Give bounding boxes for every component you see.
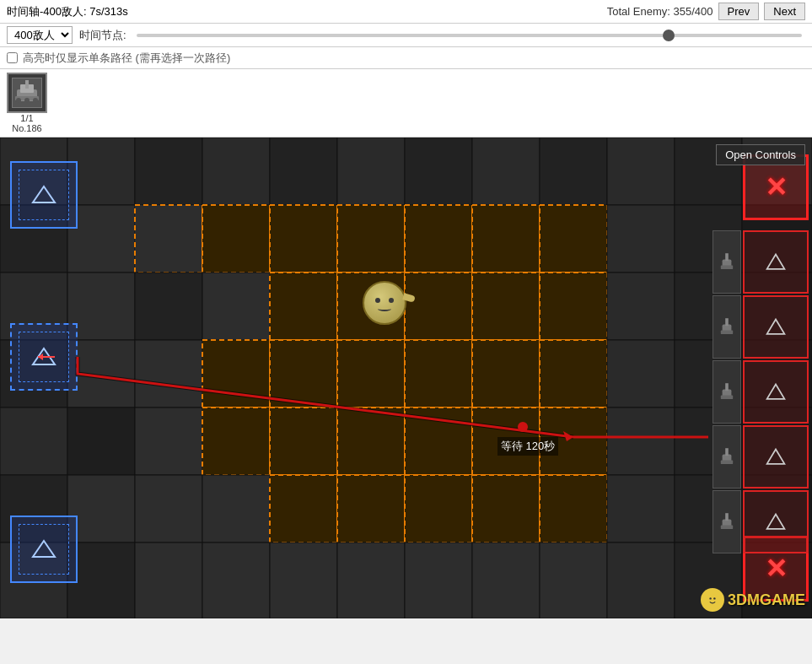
turret-icon-2 <box>719 316 734 339</box>
svg-rect-52 <box>540 340 607 408</box>
svg-rect-48 <box>270 340 337 408</box>
turret-column <box>713 230 743 553</box>
svg-rect-81 <box>67 543 135 618</box>
turret-icon-5 <box>719 510 734 534</box>
right-column-boxes <box>743 230 809 553</box>
svg-rect-15 <box>472 138 540 205</box>
red-x-bottom: ✕ <box>765 553 788 585</box>
svg-rect-60 <box>270 408 337 475</box>
svg-rect-106 <box>725 318 729 326</box>
svg-point-4 <box>16 98 21 103</box>
svg-point-5 <box>24 98 30 103</box>
svg-point-6 <box>33 98 38 103</box>
top-right: Total Enemy: 355/400 Prev Next <box>607 3 805 20</box>
svg-rect-16 <box>540 138 607 205</box>
svg-rect-10 <box>135 138 202 205</box>
target-slot-1 <box>743 230 809 294</box>
svg-rect-22 <box>135 205 202 273</box>
svg-rect-57 <box>67 408 135 475</box>
turret-2 <box>713 295 741 359</box>
game-area: ✕ ✕ <box>0 138 812 618</box>
svg-rect-75 <box>472 475 540 543</box>
svg-rect-26 <box>405 205 472 273</box>
svg-rect-61 <box>337 408 405 475</box>
svg-rect-39 <box>472 273 540 340</box>
svg-rect-2 <box>25 80 29 89</box>
svg-rect-58 <box>135 408 202 475</box>
spawn-triangle-icon <box>31 182 56 208</box>
enemy-eye-right <box>389 298 394 303</box>
svg-point-122 <box>713 597 715 599</box>
svg-rect-109 <box>725 383 729 391</box>
svg-rect-17 <box>607 138 675 205</box>
turret-5 <box>713 490 741 553</box>
svg-marker-97 <box>767 254 785 268</box>
target-slot-5 <box>743 490 809 553</box>
open-controls-button[interactable]: Open Controls <box>716 144 805 165</box>
prev-button[interactable]: Prev <box>718 3 760 20</box>
timeline-thumb[interactable] <box>663 30 675 41</box>
svg-rect-116 <box>721 525 733 529</box>
top-bar: 时间轴-400敌人: 7s/313s Total Enemy: 355/400 … <box>0 0 812 24</box>
svg-marker-100 <box>767 449 785 463</box>
spawn-box-top[interactable] <box>10 161 78 229</box>
red-x-top: ✕ <box>765 171 788 203</box>
svg-rect-83 <box>202 543 270 618</box>
svg-marker-99 <box>767 384 785 398</box>
svg-rect-46 <box>135 340 202 408</box>
enemy-select[interactable]: 400敌人 <box>7 26 73 44</box>
next-button[interactable]: Next <box>764 3 805 20</box>
turret-4 <box>713 425 741 489</box>
target-slot-3 <box>743 360 809 424</box>
svg-rect-112 <box>725 448 729 456</box>
target-slot-4 <box>743 425 809 489</box>
svg-rect-110 <box>721 395 733 399</box>
watermark: 3DMGAME <box>701 588 805 612</box>
svg-rect-76 <box>540 475 607 543</box>
svg-rect-38 <box>405 273 472 340</box>
svg-rect-72 <box>270 475 337 543</box>
svg-rect-9 <box>67 138 135 205</box>
turret-icon-3 <box>719 381 734 404</box>
unit-row: 1/1 No.186 <box>0 69 812 138</box>
svg-marker-98 <box>767 319 785 333</box>
svg-rect-23 <box>202 205 270 273</box>
spawn-box-middle[interactable] <box>10 323 78 391</box>
svg-rect-53 <box>607 340 675 408</box>
svg-rect-45 <box>67 340 135 408</box>
svg-rect-56 <box>0 408 67 475</box>
svg-rect-41 <box>607 273 675 340</box>
spawn-box-bottom[interactable] <box>10 516 78 583</box>
svg-rect-27 <box>472 205 540 273</box>
svg-rect-28 <box>540 205 607 273</box>
svg-rect-89 <box>607 543 675 618</box>
total-enemy-label: Total Enemy: 355/400 <box>607 5 713 18</box>
svg-rect-59 <box>202 408 270 475</box>
svg-rect-87 <box>472 543 540 618</box>
enemy-body <box>363 281 406 325</box>
svg-rect-51 <box>472 340 540 408</box>
unit-icon <box>10 76 44 110</box>
target-triangle-4 <box>765 446 787 468</box>
svg-rect-25 <box>337 205 405 273</box>
svg-rect-33 <box>67 273 135 340</box>
enemy-eye-left <box>375 298 380 303</box>
timeline-title: 时间轴-400敌人: 7s/313s <box>7 4 128 19</box>
svg-rect-115 <box>725 513 729 521</box>
svg-rect-85 <box>337 543 405 618</box>
svg-marker-101 <box>767 514 785 528</box>
unit-id: No.186 <box>12 123 41 133</box>
svg-rect-62 <box>405 408 472 475</box>
svg-rect-70 <box>135 475 202 543</box>
svg-rect-73 <box>337 475 405 543</box>
timeline-track[interactable] <box>137 34 802 37</box>
unit-thumbnail[interactable] <box>7 73 47 113</box>
highlight-checkbox[interactable] <box>7 52 18 63</box>
tile-background <box>0 138 812 618</box>
spawn-box-middle-inner <box>19 332 70 383</box>
turret-3 <box>713 360 741 424</box>
svg-marker-96 <box>33 541 55 557</box>
svg-rect-24 <box>270 205 337 273</box>
target-triangle-2 <box>765 316 787 338</box>
svg-rect-35 <box>202 273 270 340</box>
